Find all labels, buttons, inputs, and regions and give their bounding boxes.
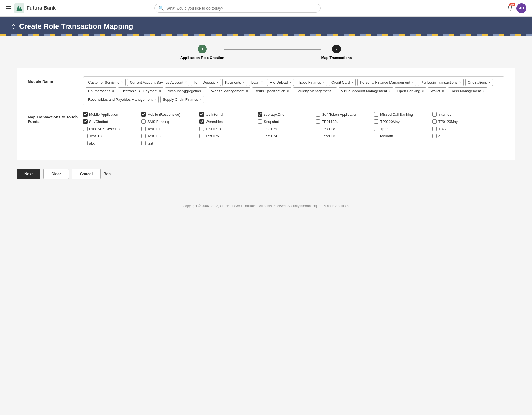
tag-close-icon[interactable]: × (483, 89, 485, 93)
touchpoint-checkbox[interactable] (83, 119, 88, 124)
tag-item: File Upload× (267, 79, 294, 86)
tag-close-icon[interactable]: × (112, 89, 114, 93)
tag-close-icon[interactable]: × (332, 89, 334, 93)
touchpoint-label[interactable]: Wearables (206, 120, 223, 124)
tag-close-icon[interactable]: × (287, 89, 289, 93)
touchpoint-label[interactable]: RunitAP6 Description (89, 127, 124, 131)
tag-close-icon[interactable]: × (243, 81, 245, 84)
touchpoint-item: TestTP3 (316, 134, 371, 138)
touchpoint-label[interactable]: Missed Call Banking (380, 112, 413, 117)
touchpoint-label[interactable]: SMS Banking (147, 120, 169, 124)
tag-close-icon[interactable]: × (154, 98, 156, 102)
touchpoint-checkbox[interactable] (258, 119, 262, 124)
touchpoint-label[interactable]: Mobile Application (89, 112, 118, 117)
notification-bell[interactable]: 99+ (507, 5, 513, 12)
tag-close-icon[interactable]: × (412, 81, 414, 84)
touchpoint-label[interactable]: c (438, 134, 440, 138)
touchpoint-label[interactable]: Mobile (Responsive) (147, 112, 180, 117)
back-link[interactable]: Back (103, 172, 112, 176)
touchpoint-checkbox[interactable] (374, 119, 378, 124)
hamburger-menu[interactable] (6, 6, 11, 10)
touchpoint-checkbox[interactable] (83, 141, 88, 145)
tag-close-icon[interactable]: × (323, 81, 325, 84)
touchpoint-checkbox[interactable] (83, 134, 88, 138)
cancel-button[interactable]: Cancel (72, 169, 101, 179)
clear-button[interactable]: Clear (43, 169, 69, 179)
touchpoint-checkbox[interactable] (141, 141, 146, 145)
tag-close-icon[interactable]: × (216, 81, 218, 84)
next-button[interactable]: Next (17, 169, 40, 179)
touchpoint-checkbox[interactable] (200, 119, 204, 124)
touchpoint-label[interactable]: supratpxOne (264, 112, 284, 117)
touchpoint-checkbox[interactable] (141, 134, 146, 138)
touchpoint-label[interactable]: TestTP8 (322, 127, 335, 131)
touchpoint-checkbox[interactable] (200, 134, 204, 138)
touchpoint-checkbox[interactable] (432, 134, 437, 138)
tag-close-icon[interactable]: × (422, 89, 424, 93)
app-name: Futura Bank (27, 5, 56, 11)
touchpoint-checkbox[interactable] (258, 127, 262, 131)
touchpoint-label[interactable]: abc (89, 141, 95, 145)
touchpoint-checkbox[interactable] (258, 112, 262, 117)
tag-close-icon[interactable]: × (488, 81, 490, 84)
tag-close-icon[interactable]: × (261, 81, 263, 84)
touchpoint-checkbox[interactable] (316, 134, 320, 138)
tag-close-icon[interactable]: × (290, 81, 291, 84)
touchpoint-label[interactable]: TestTP3 (322, 134, 335, 138)
touchpoint-label[interactable]: TP0120May (438, 120, 458, 124)
touchpoint-checkbox[interactable] (200, 127, 204, 131)
touchpoint-checkbox[interactable] (432, 127, 437, 131)
tag-close-icon[interactable]: × (389, 89, 391, 93)
touchpoint-label[interactable]: TestTP7 (89, 134, 103, 138)
touchpoint-label[interactable]: TestTP5 (206, 134, 219, 138)
tag-close-icon[interactable]: × (159, 89, 161, 93)
tag-close-icon[interactable]: × (459, 81, 461, 84)
tag-item: Electronic Bill Payment× (118, 87, 163, 94)
module-name-label: Module Name (28, 76, 83, 84)
tag-close-icon[interactable]: × (185, 81, 187, 84)
touchpoint-checkbox[interactable] (83, 127, 88, 131)
touchpoint-label[interactable]: Snapshot (264, 120, 279, 124)
tags-container[interactable]: Customer Servicing×Current Account Savin… (83, 76, 504, 105)
search-input[interactable] (166, 6, 316, 11)
touchpoint-label[interactable]: Tp23 (380, 127, 388, 131)
touchpoint-label[interactable]: TestTP4 (264, 134, 277, 138)
touchpoint-checkbox[interactable] (141, 112, 146, 117)
tag-item: Open Banking× (395, 87, 426, 94)
touchpoint-label[interactable]: TestTP11 (147, 127, 163, 131)
touchpoint-label[interactable]: tocuh88 (380, 134, 393, 138)
touchpoint-label[interactable]: TP0220May (380, 120, 400, 124)
touchpoint-label[interactable]: testinternal (206, 112, 223, 117)
step-1: 1 Application Role Creation (180, 45, 224, 60)
touchpoint-checkbox[interactable] (83, 112, 88, 117)
tag-close-icon[interactable]: × (442, 89, 444, 93)
touchpoint-checkbox[interactable] (432, 112, 437, 117)
touchpoint-checkbox[interactable] (316, 119, 320, 124)
touchpoint-label[interactable]: TestTP9 (264, 127, 277, 131)
touchpoint-checkbox[interactable] (374, 112, 378, 117)
touchpoint-label[interactable]: Siri/Chatbot (89, 120, 108, 124)
tag-close-icon[interactable]: × (121, 81, 123, 84)
touchpoint-checkbox[interactable] (316, 112, 320, 117)
touchpoint-label[interactable]: test (147, 141, 153, 145)
tag-close-icon[interactable]: × (246, 89, 248, 93)
search-bar[interactable]: 🔍 (154, 4, 321, 13)
touchpoint-checkbox[interactable] (200, 112, 204, 117)
touchpoint-checkbox[interactable] (258, 134, 262, 138)
touchpoint-label[interactable]: TP0110Jul (322, 120, 339, 124)
tag-close-icon[interactable]: × (203, 89, 204, 93)
touchpoint-label[interactable]: TestTP10 (206, 127, 221, 131)
touchpoint-checkbox[interactable] (141, 127, 146, 131)
touchpoint-label[interactable]: Soft Token Application (322, 112, 357, 117)
touchpoint-label[interactable]: Tp22 (438, 127, 447, 131)
tag-close-icon[interactable]: × (200, 98, 202, 102)
avatar[interactable]: AU (516, 3, 526, 13)
touchpoint-label[interactable]: Internet (438, 112, 451, 117)
touchpoint-checkbox[interactable] (374, 134, 378, 138)
tag-close-icon[interactable]: × (351, 81, 353, 84)
touchpoint-checkbox[interactable] (316, 127, 320, 131)
touchpoint-checkbox[interactable] (141, 119, 146, 124)
touchpoint-checkbox[interactable] (432, 119, 437, 124)
touchpoint-checkbox[interactable] (374, 127, 378, 131)
touchpoint-label[interactable]: TestTP6 (147, 134, 161, 138)
